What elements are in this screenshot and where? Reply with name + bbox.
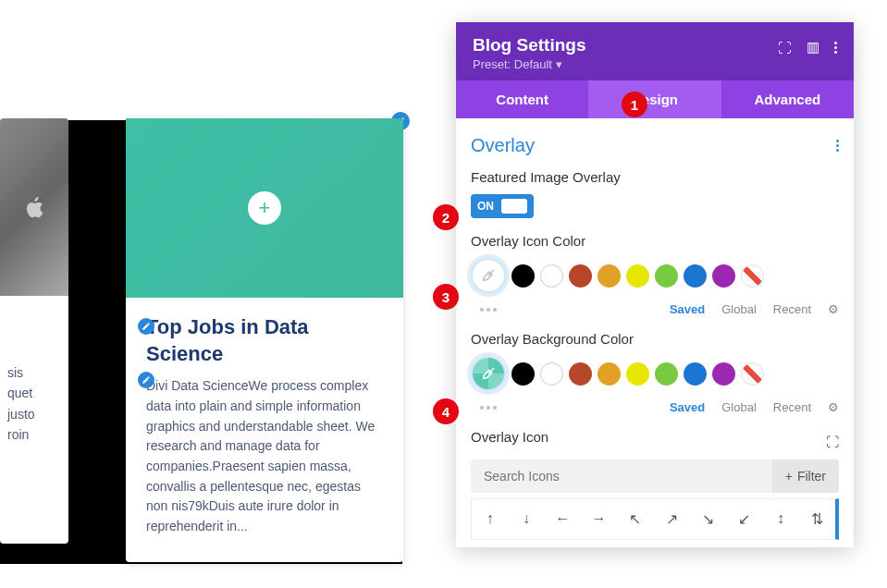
- panel-title: Blog Settings: [473, 35, 585, 55]
- swatch-tab-global[interactable]: Global: [721, 400, 757, 414]
- swatch-orange[interactable]: [597, 362, 621, 386]
- swatch-green[interactable]: [655, 264, 678, 288]
- text-fragment: roin: [7, 424, 61, 445]
- color-picker-eyedropper[interactable]: [471, 258, 506, 293]
- swatch-tab-recent[interactable]: Recent: [773, 400, 811, 414]
- icon-grid: ↑ ↓ ← → ↖ ↗ ↘ ↙ ↕ ⇅: [471, 498, 839, 540]
- post-excerpt: Divi Data ScienceWe process complex data…: [146, 376, 383, 537]
- featured-image[interactable]: +: [126, 118, 403, 298]
- edit-text-icon[interactable]: [138, 372, 154, 388]
- swatch-green[interactable]: [655, 362, 678, 386]
- edit-title-icon[interactable]: [138, 318, 154, 335]
- tab-content[interactable]: Content: [456, 80, 588, 118]
- annotation-3: 3: [433, 284, 459, 310]
- swatch-orange[interactable]: [597, 264, 621, 288]
- swatch-transparent[interactable]: [741, 264, 764, 288]
- help-icon[interactable]: ▥: [807, 39, 819, 55]
- icon-arrow-nw[interactable]: ↖: [617, 499, 653, 539]
- tab-advanced[interactable]: Advanced: [721, 80, 854, 118]
- swatch-tab-global[interactable]: Global: [721, 302, 757, 316]
- swatch-purple[interactable]: [712, 264, 735, 288]
- swatch-tab-saved[interactable]: Saved: [670, 302, 705, 316]
- toggle-on-label: ON: [477, 200, 494, 213]
- swatch-settings-icon[interactable]: ⚙: [828, 302, 839, 316]
- swatch-settings-icon[interactable]: ⚙: [828, 400, 839, 414]
- more-menu-icon[interactable]: [834, 42, 837, 54]
- swatch-black[interactable]: [511, 362, 535, 386]
- blog-card-partial: sis quet justo roin: [0, 118, 68, 544]
- text-fragment: justo: [7, 404, 61, 424]
- more-swatches-icon[interactable]: [480, 308, 497, 312]
- expand-icon[interactable]: ⛶: [826, 435, 839, 449]
- swatch-blue[interactable]: [684, 362, 707, 386]
- apple-logo-icon: [21, 194, 47, 220]
- text-fragment: sis: [7, 362, 61, 383]
- icon-arrow-ne[interactable]: ↗: [653, 499, 689, 539]
- swatch-transparent[interactable]: [741, 362, 764, 386]
- icon-color-swatches: [471, 258, 839, 293]
- swatch-blue[interactable]: [684, 264, 707, 288]
- swatch-white[interactable]: [540, 264, 563, 288]
- tab-design[interactable]: Design: [588, 80, 721, 118]
- annotation-1: 1: [622, 92, 647, 117]
- swatch-purple[interactable]: [712, 362, 735, 386]
- icon-search-bar: +Filter: [471, 459, 839, 493]
- toggle-handle: [501, 199, 527, 214]
- more-swatches-icon[interactable]: [480, 406, 497, 410]
- icon-arrow-up[interactable]: ↑: [472, 499, 508, 539]
- settings-tabs: Content Design Advanced: [456, 80, 854, 118]
- icon-arrow-updown[interactable]: ↕: [762, 499, 798, 539]
- color-picker-eyedropper-bg[interactable]: [471, 356, 506, 391]
- icon-arrow-se[interactable]: ↘: [690, 499, 726, 539]
- undo-icon[interactable]: ⛶: [778, 40, 792, 55]
- bg-color-swatches: [471, 356, 839, 391]
- preset-selector[interactable]: Preset: Default ▾: [473, 57, 585, 71]
- card-image-grayscale: [0, 118, 68, 296]
- section-title-overlay[interactable]: Overlay: [471, 135, 535, 156]
- swatch-yellow[interactable]: [626, 264, 649, 288]
- swatch-white[interactable]: [540, 362, 563, 386]
- section-options-icon[interactable]: [836, 140, 839, 152]
- swatch-yellow[interactable]: [626, 362, 649, 386]
- filter-button[interactable]: +Filter: [772, 459, 839, 493]
- swatch-black[interactable]: [511, 264, 535, 288]
- icon-arrow-swap[interactable]: ⇅: [799, 499, 835, 539]
- blog-card[interactable]: + Top Jobs in Data Science Divi Data Sci…: [126, 118, 403, 562]
- swatch-red[interactable]: [569, 264, 592, 288]
- icon-arrow-left[interactable]: ←: [545, 499, 581, 539]
- panel-header[interactable]: Blog Settings Preset: Default ▾ ⛶ ▥: [456, 22, 854, 80]
- annotation-2: 2: [433, 204, 459, 230]
- annotation-4: 4: [433, 398, 459, 424]
- featured-overlay-toggle[interactable]: ON: [471, 194, 534, 218]
- swatch-red[interactable]: [569, 362, 592, 386]
- text-fragment: quet: [7, 383, 61, 403]
- icon-color-label: Overlay Icon Color: [471, 233, 839, 249]
- overlay-plus-icon[interactable]: +: [248, 191, 281, 225]
- icon-arrow-right[interactable]: →: [581, 499, 617, 539]
- icon-search-input[interactable]: [471, 459, 772, 493]
- featured-overlay-label: Featured Image Overlay: [471, 169, 839, 185]
- post-title[interactable]: Top Jobs in Data Science: [146, 314, 383, 367]
- icon-arrow-down[interactable]: ↓: [508, 499, 544, 539]
- bg-color-label: Overlay Background Color: [471, 331, 839, 347]
- overlay-icon-label: Overlay Icon: [471, 429, 548, 445]
- settings-panel: Blog Settings Preset: Default ▾ ⛶ ▥ Cont…: [456, 22, 854, 547]
- swatch-tab-saved[interactable]: Saved: [670, 400, 705, 414]
- swatch-tab-recent[interactable]: Recent: [773, 302, 811, 316]
- icon-arrow-sw[interactable]: ↙: [726, 499, 762, 539]
